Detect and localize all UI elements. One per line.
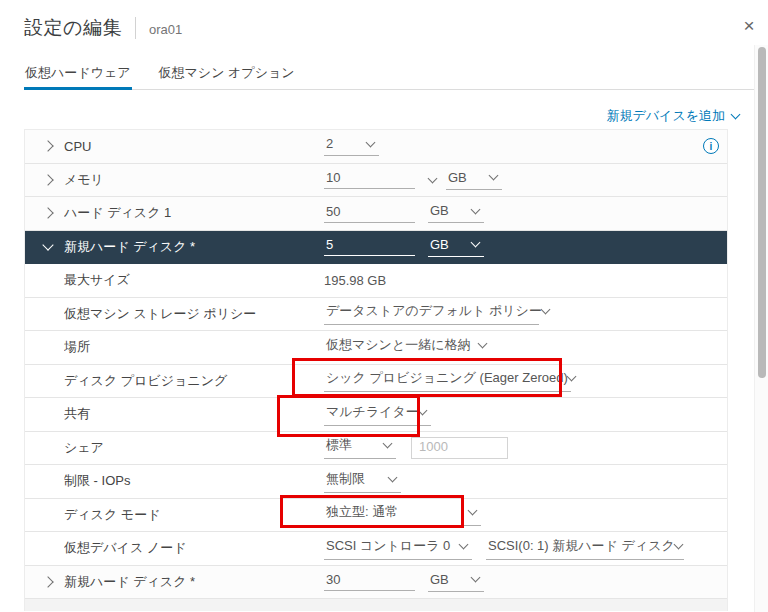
- row-max-size: 最大サイズ 195.98 GB: [25, 264, 727, 298]
- row-label: 場所: [64, 338, 324, 356]
- chevron-down-icon: [468, 506, 478, 516]
- new-disk-unit-select[interactable]: GB: [428, 237, 484, 257]
- storage-policy-select[interactable]: データストアのデフォルト ポリシー: [324, 302, 539, 325]
- chevron-down-icon: [459, 539, 469, 549]
- scsi-controller-select[interactable]: SCSI コントローラ 0: [324, 537, 472, 560]
- disk1-size-input[interactable]: [324, 204, 415, 223]
- new-disk2-size-input[interactable]: [324, 572, 415, 591]
- chevron-down-icon: [418, 405, 428, 415]
- title-divider: [135, 17, 136, 39]
- page-title: 設定の編集: [24, 15, 122, 41]
- row-label: 新規ハード ディスク *: [64, 573, 324, 591]
- tab-vm-options[interactable]: 仮想マシン オプション: [158, 59, 296, 89]
- row-disk-mode: ディスク モード 独立型: 通常: [25, 499, 727, 533]
- chevron-down-icon: [366, 137, 376, 147]
- memory-size-input[interactable]: [324, 170, 415, 189]
- chevron-right-icon[interactable]: [44, 176, 64, 184]
- scsi-node-select[interactable]: SCSI(0: 1) 新規ハード ディスク: [486, 537, 684, 560]
- info-icon[interactable]: i: [703, 138, 719, 154]
- chevron-down-icon: [566, 372, 576, 382]
- row-label: ハード ディスク 1: [64, 204, 324, 222]
- chevron-down-icon[interactable]: [44, 244, 64, 249]
- chevron-down-icon: [477, 339, 487, 349]
- scrollbar-thumb[interactable]: [758, 47, 766, 378]
- max-size-value: 195.98 GB: [324, 273, 386, 288]
- chevron-down-icon: [673, 539, 683, 549]
- row-label: CPU: [64, 139, 324, 154]
- chevron-down-icon: [388, 472, 398, 482]
- row-label: 共有: [64, 405, 324, 423]
- row-label: 新規ハード ディスク *: [64, 238, 324, 256]
- row-disk-provisioning: ディスク プロビジョニング シック プロビジョニング (Eager Zeroed…: [25, 365, 727, 399]
- chevron-down-icon: [731, 110, 741, 120]
- chevron-down-icon: [489, 171, 499, 181]
- tab-bar: 仮想ハードウェア 仮想マシン オプション: [24, 59, 754, 90]
- limit-iops-select[interactable]: 無制限: [324, 470, 401, 493]
- row-limit-iops: 制限 - IOPs 無制限: [25, 465, 727, 499]
- add-device-label: 新規デバイスを追加: [606, 107, 725, 125]
- row-label: ディスク モード: [64, 506, 324, 524]
- row-hard-disk-1[interactable]: ハード ディスク 1 GB: [25, 197, 727, 231]
- chevron-right-icon[interactable]: [44, 142, 64, 150]
- vm-name: ora01: [149, 19, 182, 37]
- row-label: 仮想デバイス ノード: [64, 539, 324, 557]
- location-select[interactable]: 仮想マシンと一緒に格納: [324, 336, 491, 358]
- new-disk2-unit-select[interactable]: GB: [428, 572, 484, 592]
- close-icon[interactable]: ×: [739, 16, 759, 36]
- row-vm-storage-policy: 仮想マシン ストレージ ポリシー データストアのデフォルト ポリシー: [25, 298, 727, 332]
- row-memory[interactable]: メモリ GB: [25, 164, 727, 198]
- row-location: 場所 仮想マシンと一緒に格納: [25, 331, 727, 365]
- add-device-link[interactable]: 新規デバイスを追加: [606, 107, 739, 125]
- chevron-right-icon[interactable]: [44, 578, 64, 586]
- row-cpu[interactable]: CPU 2 i: [25, 130, 727, 164]
- row-new-hard-disk-2[interactable]: 新規ハード ディスク * GB: [25, 566, 727, 600]
- tab-virtual-hardware[interactable]: 仮想ハードウェア: [24, 59, 132, 90]
- memory-unit-select[interactable]: GB: [446, 170, 502, 190]
- sharing-select[interactable]: マルチライター: [324, 403, 431, 426]
- shares-level-select[interactable]: 標準: [324, 436, 396, 459]
- row-label: メモリ: [64, 171, 324, 189]
- row-shares: シェア 標準: [25, 432, 727, 466]
- cpu-count-select[interactable]: 2: [324, 136, 379, 156]
- row-label: 仮想マシン ストレージ ポリシー: [64, 305, 324, 323]
- row-label: 制限 - IOPs: [64, 472, 324, 490]
- row-label: シェア: [64, 439, 324, 457]
- chevron-right-icon[interactable]: [44, 209, 64, 217]
- shares-value-input: [411, 437, 508, 459]
- row-partial-next: [25, 599, 727, 611]
- chevron-down-icon[interactable]: [428, 173, 438, 183]
- disk-mode-select[interactable]: 独立型: 通常: [324, 503, 481, 526]
- disk1-unit-select[interactable]: GB: [428, 203, 484, 223]
- chevron-down-icon: [383, 439, 393, 449]
- disk-provisioning-select[interactable]: シック プロビジョニング (Eager Zeroed): [324, 369, 571, 392]
- new-disk-size-input[interactable]: [324, 237, 415, 256]
- row-new-hard-disk[interactable]: 新規ハード ディスク * GB: [25, 231, 727, 265]
- row-sharing: 共有 マルチライター: [25, 398, 727, 432]
- chevron-down-icon: [471, 238, 481, 248]
- row-virtual-device-node: 仮想デバイス ノード SCSI コントローラ 0 SCSI(0: 1) 新規ハー…: [25, 532, 727, 566]
- row-label: 最大サイズ: [64, 271, 324, 289]
- chevron-down-icon: [471, 573, 481, 583]
- dialog-header: 設定の編集 ora01: [24, 12, 698, 44]
- row-label: ディスク プロビジョニング: [64, 372, 324, 390]
- chevron-down-icon: [471, 204, 481, 214]
- chevron-down-icon: [540, 305, 550, 315]
- hardware-table: CPU 2 i メモリ GB ハード ディスク 1 GB 新規: [24, 129, 728, 611]
- scrollbar-track[interactable]: [754, 45, 768, 612]
